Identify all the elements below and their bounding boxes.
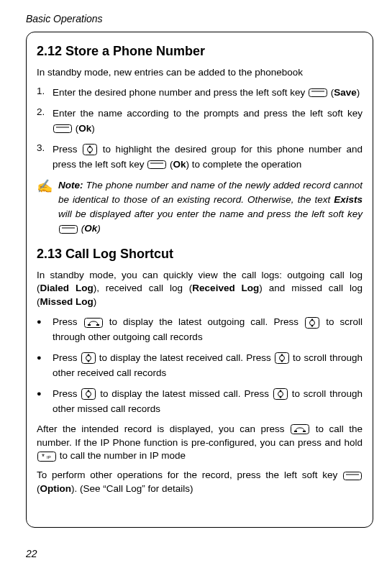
bullet-body: Press to display the latest outgoing cal… xyxy=(53,315,363,345)
bullet-icon: ● xyxy=(37,315,53,345)
note-label: Note: xyxy=(58,180,83,191)
content-frame: 2.12 Store a Phone Number In standby mod… xyxy=(26,32,373,528)
step-number: 1. xyxy=(37,86,53,101)
svg-rect-0 xyxy=(309,89,327,97)
text: to call the number in IP mode xyxy=(60,450,186,461)
note-block: ✍ Note: The phone number and name of the… xyxy=(37,178,363,237)
svg-rect-2 xyxy=(54,125,72,133)
text: To perform other operations for the reco… xyxy=(37,469,342,480)
text: Enter the name according to the prompts … xyxy=(53,108,363,119)
step-number: 2. xyxy=(37,106,53,137)
softkey-icon xyxy=(343,472,362,480)
step-body: Press to highlight the desired group for… xyxy=(53,142,363,173)
bullet-icon: ● xyxy=(37,387,53,417)
intro-para: In standby mode, new entries can be adde… xyxy=(37,66,363,80)
softkey-icon xyxy=(147,160,166,169)
step-body: Enter the desired phone number and press… xyxy=(53,86,363,101)
text: will be displayed after you enter the na… xyxy=(58,209,363,219)
bullet-icon: ● xyxy=(37,351,53,381)
received-log-label: Received Log xyxy=(192,283,259,293)
section-title-store-number: 2.12 Store a Phone Number xyxy=(37,44,363,59)
bullet-body: Press to display the latest received cal… xyxy=(53,351,363,381)
bullet-outgoing: ● Press to display the latest outgoing c… xyxy=(37,315,363,345)
text: to display the latest received call. Pre… xyxy=(99,352,274,363)
text: After the intended record is displayed, … xyxy=(37,423,290,434)
ok-label: Ok xyxy=(78,123,91,134)
step-body: Enter the name according to the prompts … xyxy=(53,106,363,137)
bullet-body: Press to display the latest missed call.… xyxy=(53,387,363,417)
svg-rect-35 xyxy=(291,425,309,434)
svg-rect-12 xyxy=(84,318,102,327)
text: The phone number and name of the newly a… xyxy=(58,180,363,205)
svg-rect-8 xyxy=(148,161,166,169)
ok-label: Ok xyxy=(173,159,186,170)
step-number: 3. xyxy=(37,142,53,173)
section-title-call-log: 2.13 Call Log Shortcut xyxy=(37,247,363,262)
nav-key-icon xyxy=(83,144,97,155)
text: Press xyxy=(53,316,83,327)
svg-rect-10 xyxy=(60,225,78,233)
nav-key-icon xyxy=(305,317,319,329)
step-2: 2. Enter the name according to the promp… xyxy=(37,106,363,137)
bullet-received: ● Press to display the latest received c… xyxy=(37,351,363,381)
send-key-icon xyxy=(84,318,103,328)
softkey-icon xyxy=(309,88,327,97)
text: ) xyxy=(97,223,101,234)
text: ) xyxy=(91,123,95,134)
page-header: Basic Operations xyxy=(26,13,373,24)
dialed-log-label: Dialed Log xyxy=(40,283,94,293)
softkey-icon xyxy=(53,124,72,133)
intro-call-log: In standby mode, you can quickly view th… xyxy=(37,269,363,310)
svg-rect-41 xyxy=(344,472,362,480)
note-body: Note: The phone number and name of the n… xyxy=(58,178,363,237)
nav-key-icon xyxy=(81,388,96,400)
text: Press xyxy=(53,388,81,399)
text: ) xyxy=(357,87,360,98)
svg-text:IP: IP xyxy=(47,455,51,459)
option-label: Option xyxy=(40,483,72,494)
exists-label: Exists xyxy=(334,194,363,205)
bullet-missed: ● Press to display the latest missed cal… xyxy=(37,387,363,417)
after-para: After the intended record is displayed, … xyxy=(37,423,363,464)
svg-text:*: * xyxy=(42,453,45,461)
final-para: To perform other operations for the reco… xyxy=(37,469,363,496)
save-label: Save xyxy=(334,87,357,98)
text: Press xyxy=(53,144,82,155)
nav-key-icon xyxy=(275,352,289,364)
page-number: 22 xyxy=(26,548,37,559)
text: to display the latest outgoing call. Pre… xyxy=(109,316,304,327)
text: ) to complete the operation xyxy=(186,159,302,170)
text: ) xyxy=(94,296,97,307)
page: Basic Operations 2.12 Store a Phone Numb… xyxy=(0,0,392,568)
text: ), received call log ( xyxy=(94,283,193,293)
missed-log-label: Missed Log xyxy=(40,296,94,307)
nav-key-icon xyxy=(273,388,288,400)
text: Enter the desired phone number and press… xyxy=(53,87,308,98)
send-key-icon xyxy=(291,424,309,434)
text: to display the latest missed call. Press xyxy=(100,388,273,399)
text: Press xyxy=(53,352,81,363)
step-1: 1. Enter the desired phone number and pr… xyxy=(37,86,363,101)
softkey-icon xyxy=(59,225,78,234)
star-ip-key-icon: *IP xyxy=(37,452,56,462)
text: ). (See “Call Log” for details) xyxy=(71,483,193,494)
nav-key-icon xyxy=(81,352,96,364)
ok-label: Ok xyxy=(84,223,97,234)
step-3: 3. Press to highlight the desired group … xyxy=(37,142,363,173)
note-hand-icon: ✍ xyxy=(37,178,58,237)
